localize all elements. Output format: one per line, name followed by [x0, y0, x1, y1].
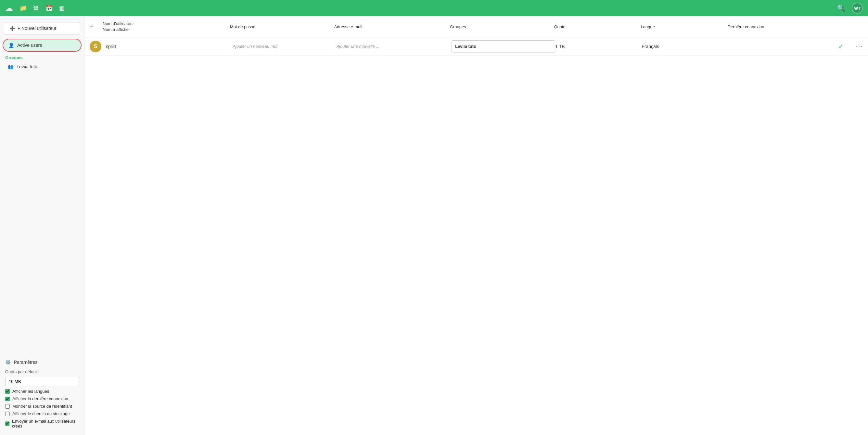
search-icon[interactable]: 🔍: [837, 4, 845, 12]
new-user-label: + Nouvel utilisateur: [18, 26, 56, 31]
checkbox-source-identifiant: Montrer la source de l'identifiant: [0, 403, 84, 410]
photos-icon[interactable]: 🖼: [33, 5, 39, 12]
col-username-header: Nom d'utilisateur Nom à afficher: [103, 21, 230, 32]
sidebar-item-active-users[interactable]: 👤 Active users: [3, 39, 82, 52]
col-lastlogin-header: Dernière connexion: [728, 24, 843, 29]
logo-icon[interactable]: ☁: [5, 4, 13, 13]
quota-input[interactable]: [5, 377, 79, 386]
layout: ➕ + Nouvel utilisateur 👤 Active users Gr…: [0, 16, 868, 435]
person-icon: 👤: [8, 42, 14, 48]
gear-icon: ⚙️: [5, 359, 11, 365]
col-email-header: Adresse e-mail: [334, 24, 450, 29]
checkbox-langues-input[interactable]: [5, 389, 10, 394]
email-cell[interactable]: Ajouter une nouvelle ...: [336, 44, 452, 49]
files-icon[interactable]: 📁: [20, 4, 27, 12]
col-password-header: Mot de passe: [230, 24, 334, 29]
sidebar-item-leviia-tuto[interactable]: 👥 Leviia tuto: [0, 61, 84, 72]
checkbox-derniere-connexion: Afficher la dernière connexion: [0, 395, 84, 403]
people-icon: 👥: [8, 64, 13, 69]
groups-cell[interactable]: Leviia tuto: [452, 40, 555, 52]
more-options-icon[interactable]: ···: [856, 43, 863, 50]
toggle-col[interactable]: ☰: [90, 24, 103, 29]
checkbox-email-label: Envoyer un e-mail aux utilisateurs créés: [12, 419, 79, 429]
col-quota-header: Quota: [554, 24, 641, 29]
lastlogin-cell: ✓: [728, 43, 843, 50]
checkbox-email-utilisateurs: Envoyer un e-mail aux utilisateurs créés: [0, 417, 84, 430]
language-cell: Français: [642, 44, 728, 49]
group-dropdown-item[interactable]: Leviia tuto: [455, 43, 552, 50]
checkbox-afficher-langues: Afficher les langues: [0, 387, 84, 395]
checkbox-source-input[interactable]: [5, 404, 10, 409]
table-header: ☰ Nom d'utilisateur Nom à afficher Mot d…: [85, 16, 868, 37]
table-row: S spliiit Ajouter un nouveau mot Ajouter…: [85, 37, 868, 56]
plus-icon: ➕: [9, 26, 15, 31]
new-user-button[interactable]: ➕ + Nouvel utilisateur: [4, 22, 80, 34]
sidebar-bottom: ⚙️ Paramètres Quota par défaut : Affiche…: [0, 356, 84, 435]
groups-dropdown[interactable]: Leviia tuto: [452, 40, 555, 52]
row-toggle: S: [90, 41, 103, 52]
quota-label: Quota par défaut :: [0, 368, 84, 376]
calendar-icon[interactable]: 📅: [45, 4, 53, 12]
params-label: Paramètres: [14, 359, 37, 365]
checkbox-email-input[interactable]: [5, 422, 9, 426]
user-avatar: S: [90, 41, 101, 52]
avatar[interactable]: WT: [852, 3, 863, 13]
sidebar: ➕ + Nouvel utilisateur 👤 Active users Gr…: [0, 16, 85, 435]
quota-cell: 1 TB: [555, 44, 642, 49]
col-groups-header: Groupes: [450, 24, 554, 29]
checkbox-connexion-label: Afficher la dernière connexion: [12, 396, 68, 401]
main-content: ☰ Nom d'utilisateur Nom à afficher Mot d…: [85, 16, 868, 435]
params-item[interactable]: ⚙️ Paramètres: [0, 356, 84, 368]
group-label: Leviia tuto: [17, 64, 37, 69]
active-users-label: Active users: [17, 42, 42, 48]
groups-section-title: Groupes: [0, 52, 84, 61]
actions-cell[interactable]: ···: [843, 43, 863, 50]
check-icon: ✓: [838, 43, 843, 50]
checkbox-chemin-stockage: Afficher le chemin du stockage: [0, 410, 84, 417]
topbar: ☁ 📁 🖼 📅 ▦ 🔍 WT: [0, 0, 868, 16]
password-cell[interactable]: Ajouter un nouveau mot: [232, 44, 336, 49]
checkbox-source-label: Montrer la source de l'identifiant: [12, 404, 72, 409]
checkbox-chemin-input[interactable]: [5, 412, 10, 416]
username-cell: spliiit: [103, 44, 232, 49]
col-language-header: Langue: [641, 24, 728, 29]
checkbox-connexion-input[interactable]: [5, 397, 10, 401]
apps-icon[interactable]: ▦: [59, 4, 65, 12]
checkbox-langues-label: Afficher les langues: [12, 389, 49, 394]
checkbox-chemin-label: Afficher le chemin du stockage: [12, 411, 70, 416]
